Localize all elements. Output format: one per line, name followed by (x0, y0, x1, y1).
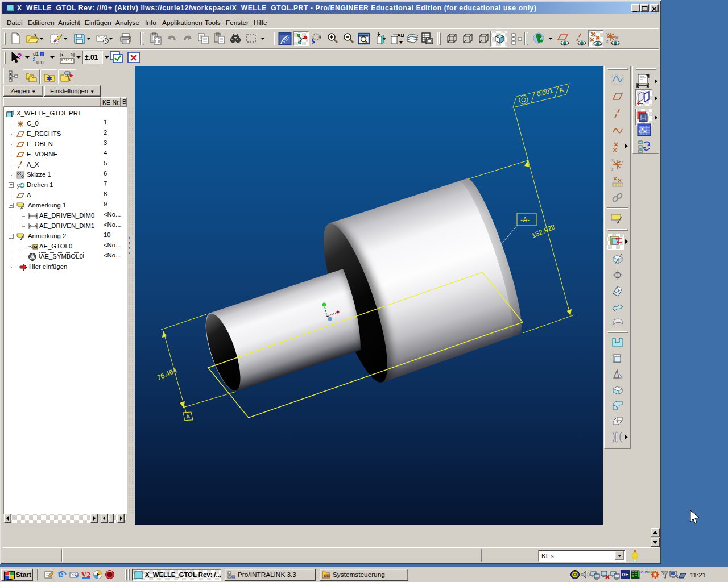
svg-text:Y: Y (611, 159, 614, 163)
svg-text:x: x (622, 160, 624, 164)
svg-text:-A-: -A- (520, 216, 530, 224)
svg-text:d1: d1 (33, 51, 39, 57)
svg-text:?: ? (17, 52, 22, 61)
svg-text:AB: AB (397, 32, 404, 38)
svg-text:A: A (31, 255, 34, 259)
svg-text:z: z (606, 39, 609, 43)
svg-text:M: M (34, 245, 38, 249)
svg-text:e: e (58, 569, 63, 579)
svg-text:z: z (611, 167, 614, 171)
svg-text:V2: V2 (81, 570, 90, 579)
svg-text:✱: ✱ (47, 75, 52, 82)
svg-text:i: i (42, 52, 43, 56)
svg-text:Y: Y (606, 32, 609, 36)
svg-text:0.0: 0.0 (36, 60, 44, 65)
